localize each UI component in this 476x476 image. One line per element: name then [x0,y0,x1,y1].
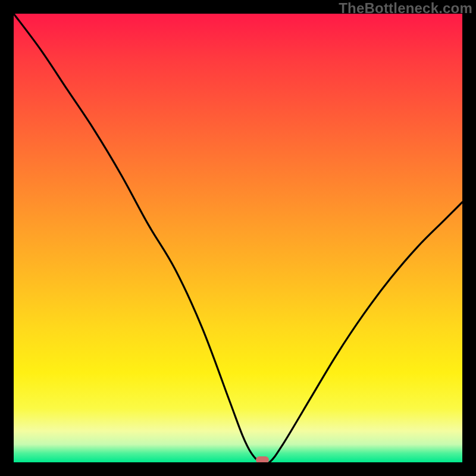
watermark-text: TheBottleneck.com [339,0,472,17]
bottleneck-curve [14,14,462,462]
chart-frame: TheBottleneck.com [0,0,476,476]
minimum-marker [256,456,269,462]
plot-area [14,14,462,462]
